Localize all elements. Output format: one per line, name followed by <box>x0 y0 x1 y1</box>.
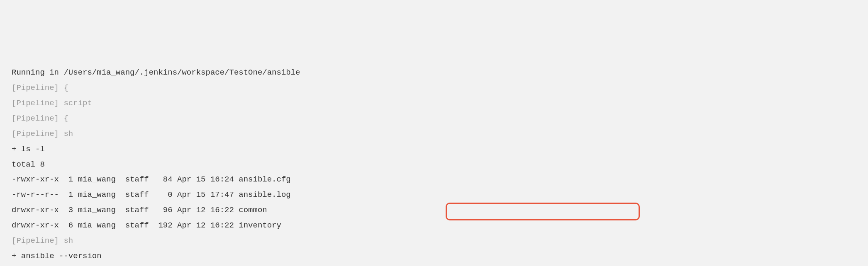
console-line: drwxr-xr-x 6 mia_wang staff 192 Apr 12 1… <box>12 218 856 233</box>
console-line: -rw-r--r-- 1 mia_wang staff 0 Apr 15 17:… <box>12 187 856 203</box>
console-line: total 8 <box>12 157 856 172</box>
console-line: [Pipeline] sh <box>12 126 856 142</box>
console-line: drwxr-xr-x 3 mia_wang staff 96 Apr 12 16… <box>12 203 856 218</box>
console-line: [Pipeline] script <box>12 96 856 111</box>
console-line: /Users/mia_wang/.jenkins/workspace/TestO… <box>12 264 856 266</box>
console-line: -rwxr-xr-x 1 mia_wang staff 84 Apr 15 16… <box>12 172 856 187</box>
console-line: [Pipeline] { <box>12 111 856 126</box>
console-output: Running in /Users/mia_wang/.jenkins/work… <box>12 65 856 266</box>
console-line: + ansible --version <box>12 249 856 264</box>
console-line: [Pipeline] { <box>12 80 856 96</box>
console-line: Running in /Users/mia_wang/.jenkins/work… <box>12 65 856 80</box>
console-line: [Pipeline] sh <box>12 233 856 249</box>
console-line: + ls -l <box>12 142 856 157</box>
